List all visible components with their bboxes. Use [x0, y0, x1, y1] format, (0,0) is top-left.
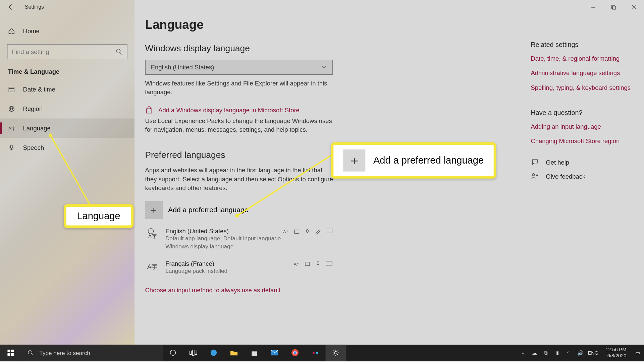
maximize-button[interactable]: [603, 0, 624, 14]
keyboard-icon: [326, 260, 333, 266]
wifi-icon[interactable]: ⌔: [565, 350, 573, 355]
language-name: Français (France): [165, 260, 227, 267]
svg-rect-16: [326, 229, 332, 233]
keyboard-icon: [326, 229, 333, 234]
plus-icon: ＋: [343, 149, 365, 172]
close-icon: [631, 5, 636, 10]
notifications-icon[interactable]: ▭: [633, 350, 641, 356]
minimize-button[interactable]: [583, 0, 603, 14]
question-link[interactable]: Adding an input language: [531, 122, 632, 131]
display-language-dropdown[interactable]: English (United States): [145, 60, 333, 75]
dropbox-icon[interactable]: ⧉: [542, 350, 550, 356]
svg-rect-43: [313, 352, 314, 354]
get-help-link[interactable]: Get help: [531, 159, 632, 167]
give-feedback-link[interactable]: Give feedback: [531, 173, 632, 181]
svg-rect-14: [294, 230, 299, 234]
related-link[interactable]: Spelling, typing, & keyboard settings: [531, 83, 632, 92]
close-button[interactable]: [624, 0, 644, 14]
svg-point-33: [170, 350, 176, 355]
explorer-button[interactable]: [224, 345, 244, 361]
mail-button[interactable]: [265, 345, 285, 361]
svg-point-11: [148, 229, 154, 234]
onedrive-icon[interactable]: ☁: [530, 350, 538, 356]
battery-icon[interactable]: ▮: [553, 350, 561, 356]
svg-text:A⁺: A⁺: [294, 261, 299, 266]
home-icon: [8, 27, 15, 35]
taskbar-search[interactable]: Type here to search: [21, 345, 163, 361]
mail-icon: [271, 350, 279, 356]
store-link[interactable]: Add a Windows display language in Micros…: [158, 107, 300, 114]
svg-rect-28: [11, 350, 14, 352]
store-icon: [251, 349, 258, 356]
svg-rect-29: [7, 353, 10, 356]
tts-icon: A⁺: [283, 229, 289, 235]
start-button[interactable]: [0, 345, 21, 361]
windows-icon: [7, 349, 14, 356]
language-item-en[interactable]: A字 English (United States) Default app l…: [145, 228, 333, 251]
svg-line-4: [120, 53, 121, 54]
sidebar-item-region[interactable]: Region: [0, 99, 135, 118]
search-icon: [115, 48, 122, 55]
store-icon: [145, 106, 153, 114]
question-link[interactable]: Changing Microsoft Store region: [531, 137, 632, 145]
system-tray[interactable]: ︿ ☁ ⧉ ▮ ⌔ 🔊 ENG 12:56 PM 6/8/2020 ▭: [519, 347, 644, 358]
related-heading: Related settings: [531, 41, 632, 48]
home-nav[interactable]: Home: [0, 21, 135, 41]
taskbar: Type here to search ︿ ☁ ⧉ ▮ ⌔ 🔊 EN: [0, 345, 644, 361]
svg-text:A⁺: A⁺: [283, 229, 288, 234]
minimize-icon: [591, 5, 596, 10]
svg-text:A字: A字: [8, 126, 15, 131]
svg-text:A字: A字: [147, 263, 157, 270]
voice-icon: [315, 260, 321, 266]
svg-rect-35: [193, 350, 194, 355]
handwriting-icon: [315, 229, 321, 235]
svg-rect-15: [307, 230, 308, 233]
slack-button[interactable]: [305, 345, 326, 361]
language-subtext: Default app language; Default input lang…: [165, 235, 281, 251]
app-title: Settings: [25, 4, 44, 10]
cortana-button[interactable]: [163, 345, 183, 361]
settings-taskbar-button[interactable]: [326, 345, 346, 361]
clock[interactable]: 12:56 PM 6/8/2020: [605, 347, 626, 358]
svg-point-37: [211, 350, 217, 356]
chrome-button[interactable]: [285, 345, 305, 361]
chevron-down-icon: [322, 65, 327, 70]
related-link[interactable]: Administrative language settings: [531, 69, 632, 77]
callout-add-language: ＋ Add a preferred language: [331, 142, 496, 179]
sidebar-item-language[interactable]: A字 Language: [0, 118, 135, 138]
folder-icon: [230, 350, 238, 356]
speech-icon: [304, 260, 310, 266]
page-title: Language: [145, 18, 634, 32]
maximize-icon: [611, 5, 616, 10]
calendar-icon: [8, 86, 15, 93]
tray-chevron-icon[interactable]: ︿: [519, 349, 527, 356]
volume-icon[interactable]: 🔊: [576, 350, 584, 356]
sidebar-item-speech[interactable]: Speech: [0, 138, 135, 157]
search-box[interactable]: [7, 44, 127, 59]
svg-rect-19: [305, 262, 310, 265]
related-link[interactable]: Date, time, & regional formatting: [531, 54, 632, 63]
sidebar-item-label: Date & time: [23, 86, 55, 93]
language-glyph-icon: A字: [146, 260, 158, 271]
edge-button[interactable]: [204, 345, 224, 361]
voice-icon: [304, 229, 310, 235]
input-lang[interactable]: ENG: [588, 350, 598, 355]
cortana-icon: [169, 349, 176, 356]
search-icon: [28, 349, 34, 356]
add-preferred-language-button[interactable]: ＋ Add a preferred language: [145, 201, 634, 219]
svg-rect-34: [190, 351, 192, 355]
back-arrow-icon: [7, 4, 14, 11]
store-button[interactable]: [244, 345, 265, 361]
svg-point-3: [116, 49, 120, 53]
language-item-fr[interactable]: A字 Français (France) Language pack insta…: [145, 260, 333, 275]
choose-input-method-link[interactable]: Choose an input method to always use as …: [145, 286, 634, 293]
taskview-button[interactable]: [183, 345, 204, 361]
sidebar-item-label: Region: [23, 105, 43, 112]
svg-point-45: [334, 351, 337, 354]
sidebar-item-datetime[interactable]: Date & time: [0, 79, 135, 99]
svg-rect-36: [195, 351, 197, 355]
svg-rect-9: [11, 145, 12, 149]
search-input[interactable]: [12, 48, 123, 55]
svg-text:A字: A字: [148, 234, 157, 239]
back-button[interactable]: [0, 0, 21, 14]
